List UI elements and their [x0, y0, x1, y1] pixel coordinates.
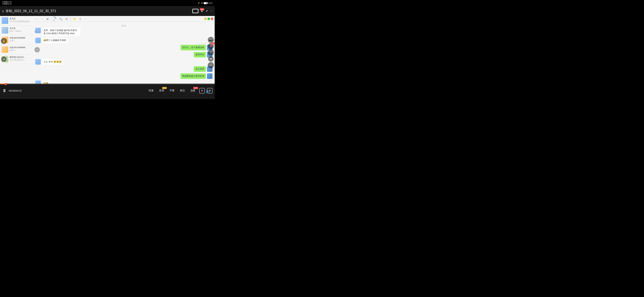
- window-controls: [204, 18, 213, 20]
- grid-view-button[interactable]: ⊞: [45, 17, 50, 21]
- message-row-sent: 我会断他老公掌控欲强: [35, 73, 212, 79]
- chat-messages[interactable]: 20:11 龙哥，我有个好闺蜜 她手机号尾号是 5500 她老公手机尾号是 88…: [33, 22, 215, 84]
- maximize-button[interactable]: [208, 18, 210, 20]
- message-row: 😂两个人婚姻还不错呢: [35, 38, 212, 43]
- avatar: [2, 17, 8, 24]
- chat-viewer-toolbar: ← → ⊞ 🔍+ 🔍- ⊡ 📁 ∨ ···: [33, 16, 215, 22]
- move-handle[interactable]: ⊕: [34, 30, 37, 34]
- chat-preview: 这个学员今年跟我学的这套技术。: [10, 20, 31, 23]
- timer2-button[interactable]: 15: [208, 56, 214, 62]
- chat-back-button[interactable]: ‹: [34, 47, 40, 53]
- screenshot-button[interactable]: 📷: [208, 37, 214, 43]
- progress-thumb[interactable]: [5, 83, 7, 85]
- lock-button[interactable]: 🔓: [1, 38, 7, 44]
- folder-button[interactable]: 📁: [72, 17, 77, 21]
- expand-button[interactable]: ∨: [78, 17, 82, 21]
- message-bubble: 对😄: [42, 81, 50, 84]
- mark-button[interactable]: 标注: [178, 88, 187, 93]
- left-side-controls: 🔓 15: [0, 32, 8, 68]
- pin-button[interactable]: 📌 NEW: [208, 43, 214, 49]
- nav-back-button[interactable]: ←: [34, 17, 39, 21]
- pin-new-badge: NEW: [211, 42, 215, 44]
- message-row-sent: 水入辰库: [35, 66, 212, 72]
- chat-preview: 9141 9(申金旺)1(三...: [10, 59, 31, 61]
- playback-bar: ⏸ 00:04/24:47 倍速 高清 SVIP 字幕 标注 选集 NEW ⧉ …: [0, 84, 215, 99]
- zoom-out-button[interactable]: 🔍-: [59, 17, 63, 21]
- share-button[interactable]: ↗: [205, 9, 208, 13]
- toolbar-separator: [51, 17, 52, 21]
- message-bubble-sent: 水入辰库: [194, 66, 206, 72]
- progress-bar[interactable]: [0, 84, 215, 84]
- subtitle-button[interactable]: 字幕: [168, 88, 176, 93]
- video-area: ← → ⊞ 🔍+ 🔍- ⊡ 📁 ∨ ··· ⊕: [33, 16, 215, 84]
- message-bubble: 土土 水水 😅😅😅: [42, 59, 63, 64]
- chat-preview: 掌控力？: [10, 49, 31, 52]
- quality-badge: SVIP: [162, 87, 167, 89]
- collection-button[interactable]: 选集 NEW: [189, 88, 197, 93]
- quality-button[interactable]: 高清 SVIP: [157, 88, 166, 93]
- avatar: [35, 81, 41, 84]
- status-bar: 中国移动 HD 中国移动 HD ⚡ ◈ 2:47: [0, 0, 215, 6]
- battery-fill: [204, 2, 207, 4]
- main-content: 吴九龙 这个学员今年跟我学的这套技术。 吴九龙 这是一个知识点。 化智18222…: [0, 16, 215, 84]
- message-bubble-sent: 宝贝儿，这个是相合的: [181, 45, 206, 50]
- timer-button[interactable]: 15: [1, 56, 7, 62]
- ai-label: Ai: [206, 89, 210, 94]
- bluetooth-icon: ⚡: [198, 2, 200, 4]
- speed-button[interactable]: 倍速: [147, 88, 155, 93]
- message-row: 龙哥，我有个好闺蜜 她手机号尾号是 5500 她老公手机尾号是 8800: [35, 28, 212, 36]
- message-row: 对😄: [35, 81, 212, 84]
- avatar: [35, 38, 41, 43]
- message-bubble: 龙哥，我有个好闺蜜 她手机号尾号是 5500 她老公手机尾号是 8800: [42, 28, 80, 36]
- location-icon: ◈: [201, 2, 203, 4]
- time-separator: 20:11: [35, 25, 212, 27]
- nav-forward-button[interactable]: →: [40, 17, 44, 21]
- top-nav: ‹ 录制_2022_06_12_11_02_30_571 TV ⬇ NEW ↗ …: [0, 6, 215, 16]
- avatar-sent: [207, 73, 212, 79]
- close-button[interactable]: [211, 18, 213, 20]
- playback-controls: ⏸ 00:04/24:47 倍速 高清 SVIP 字幕 标注 选集 NEW ⧉ …: [0, 84, 215, 97]
- current-time: 00:04/24:47: [9, 89, 22, 92]
- zoom-in-button[interactable]: 🔍+: [53, 17, 58, 21]
- minimize-button[interactable]: [204, 18, 207, 20]
- message-row-sent: 亥卯半合: [35, 52, 212, 57]
- circle-button[interactable]: ○: [208, 50, 214, 56]
- avatar: [35, 59, 41, 65]
- chat-viewer: ← → ⊞ 🔍+ 🔍- ⊡ 📁 ∨ ··· ⊕: [33, 16, 215, 84]
- carrier-info: 中国移动 HD 中国移动 HD: [2, 1, 12, 5]
- more-options-button[interactable]: ···: [83, 17, 88, 21]
- chat-name: 化智18222486588: [10, 46, 31, 49]
- chat-name: 化智18222486588: [10, 37, 31, 39]
- download-badge: NEW: [200, 8, 204, 10]
- toolbar-separator2: [70, 17, 71, 21]
- carrier1-label: 中国移动 HD: [2, 1, 12, 3]
- chat-preview: 这是一个知识点。: [10, 30, 31, 32]
- triangle-right-icon: ▷: [209, 32, 212, 37]
- square-button[interactable]: □: [208, 62, 214, 68]
- more-button[interactable]: ···: [210, 9, 212, 13]
- message-bubble-sent: 我会断他老公掌控欲强: [181, 73, 206, 79]
- message-bubble: 😂两个人婚姻还不错呢: [42, 38, 68, 43]
- fit-button[interactable]: ⊡: [64, 17, 69, 21]
- video-title: 录制_2022_06_12_11_02_30_571: [6, 9, 192, 13]
- list-item[interactable]: 吴九龙 这个学员今年跟我学的这套技术。: [0, 16, 33, 26]
- message-bubble-sent: 亥卯半合: [194, 52, 206, 57]
- carrier2-label: 中国移动 HD: [2, 3, 12, 5]
- right-side-controls: ▷ 📷 📌 NEW ○ 15 □: [207, 32, 215, 68]
- pause-button[interactable]: ⏸: [2, 88, 7, 93]
- tv-cast-button[interactable]: TV: [192, 9, 198, 13]
- message-row-sent: 宝贝儿，这个是相合的: [35, 45, 212, 50]
- time-label: 2:47: [209, 2, 212, 4]
- chat-name: 吴九龙: [10, 17, 31, 20]
- chat-preview: 入库？: [10, 40, 31, 42]
- collection-badge: NEW: [193, 87, 198, 89]
- battery-icon: [204, 2, 208, 4]
- status-right: ⚡ ◈ 2:47: [198, 2, 212, 4]
- download-button[interactable]: ⬇ NEW: [201, 9, 203, 13]
- nav-icons: TV ⬇ NEW ↗ ···: [192, 9, 212, 13]
- ai-label-area: Ai: [201, 84, 215, 99]
- chat-name: 吴九龙: [10, 27, 31, 30]
- message-row: 土土 水水 😅😅😅: [35, 59, 212, 65]
- chat-name: 微信(曾几远)131...: [10, 56, 31, 59]
- back-button[interactable]: ‹: [2, 8, 4, 14]
